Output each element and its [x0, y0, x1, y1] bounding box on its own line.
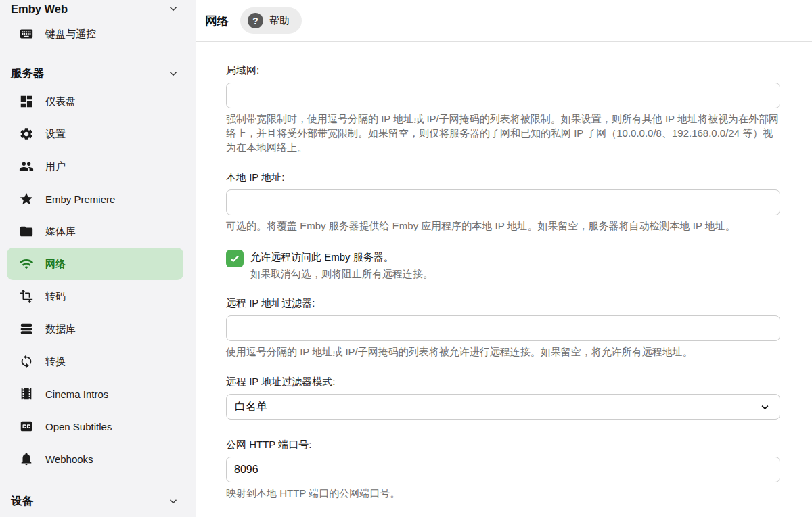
filter-mode-select[interactable]: 白名单: [226, 394, 780, 420]
users-icon: [19, 159, 34, 174]
sidebar-item-label: 用户: [45, 160, 66, 173]
filter-mode-selected-value: 白名单: [235, 400, 267, 414]
sidebar-item-label: 媒体库: [45, 225, 76, 238]
sidebar-item-label: Cinema Intros: [45, 388, 108, 400]
app-window: Emby Web 键盘与遥控 服务器 仪表盘 设置 用户: [0, 0, 812, 517]
section-label: 服务器: [11, 66, 45, 81]
sidebar-item-label: 转换: [45, 355, 66, 368]
checkmark-icon: [229, 252, 241, 265]
filter-mode-label: 远程 IP 地址过滤器模式:: [226, 376, 780, 388]
sidebar-item-label: Open Subtitles: [45, 421, 112, 432]
network-settings-form: 局域网: 强制带宽限制时，使用逗号分隔的 IP 地址或 IP/子网掩码的列表将被…: [196, 42, 812, 517]
sidebar-item-label: Webhooks: [45, 453, 93, 465]
local-ip-label: 本地 IP 地址:: [226, 171, 780, 184]
sidebar-item-users[interactable]: 用户: [0, 150, 196, 183]
sidebar-item-media-library[interactable]: 媒体库: [0, 215, 196, 248]
sidebar-section-devices[interactable]: 设备: [0, 491, 196, 512]
help-button[interactable]: ? 帮助: [240, 7, 302, 34]
sidebar-section-emby-web[interactable]: Emby Web: [0, 0, 196, 18]
public-http-port-help-text: 映射到本地 HTTP 端口的公网端口号。: [226, 486, 780, 500]
sidebar-item-cinema-intros[interactable]: Cinema Intros: [0, 378, 196, 410]
wifi-icon: [19, 256, 34, 271]
sidebar-item-label: 仪表盘: [45, 95, 76, 108]
transform-icon: [19, 289, 34, 304]
sync-icon: [19, 354, 34, 369]
dashboard-icon: [19, 94, 34, 109]
chevron-down-icon: [167, 495, 179, 508]
sidebar-item-label: 键盘与遥控: [45, 28, 96, 41]
sidebar-item-webhooks[interactable]: Webhooks: [0, 443, 196, 475]
local-ip-field-group: 本地 IP 地址: 可选的。将覆盖 Emby 服务器提供给 Emby 应用程序的…: [226, 171, 780, 233]
sidebar-item-label: 转码: [45, 290, 66, 303]
folder-icon: [19, 224, 34, 239]
lan-help-text: 强制带宽限制时，使用逗号分隔的 IP 地址或 IP/子网掩码的列表将被限制。如果…: [226, 112, 780, 154]
sidebar-item-emby-premiere[interactable]: Emby Premiere: [0, 183, 196, 215]
gear-icon: [19, 127, 34, 141]
lan-input[interactable]: [226, 83, 780, 108]
sidebar-item-dashboard[interactable]: 仪表盘: [0, 85, 196, 118]
public-http-port-input[interactable]: [226, 457, 780, 482]
main-panel: 网络 ? 帮助 局域网: 强制带宽限制时，使用逗号分隔的 IP 地址或 IP/子…: [196, 0, 812, 517]
chevron-down-icon: [167, 68, 179, 80]
sidebar-item-conversion[interactable]: 转换: [0, 345, 196, 378]
public-http-port-label: 公网 HTTP 端口号:: [226, 439, 780, 451]
lan-label: 局域网:: [226, 64, 780, 77]
remote-access-help-text: 如果取消勾选，则将阻止所有远程连接。: [250, 267, 433, 281]
remote-access-texts: 允许远程访问此 Emby 服务器。 如果取消勾选，则将阻止所有远程连接。: [248, 250, 433, 281]
page-title: 网络: [205, 13, 229, 29]
help-button-label: 帮助: [269, 14, 290, 27]
cc-icon: [19, 419, 34, 434]
page-header: 网络 ? 帮助: [196, 0, 812, 42]
remote-access-group: 允许远程访问此 Emby 服务器。 如果取消勾选，则将阻止所有远程连接。: [226, 250, 780, 281]
sidebar-item-transcoding[interactable]: 转码: [0, 280, 196, 313]
sidebar-item-settings[interactable]: 设置: [0, 118, 196, 150]
local-ip-input[interactable]: [226, 189, 780, 215]
remote-filter-field-group: 远程 IP 地址过滤器: 使用逗号分隔的 IP 地址或 IP/子网掩码的列表将被…: [226, 297, 780, 359]
remote-filter-label: 远程 IP 地址过滤器:: [226, 297, 780, 310]
film-icon: [19, 386, 34, 401]
database-icon: [19, 321, 34, 336]
remote-access-checkbox[interactable]: [226, 250, 244, 267]
sidebar-item-label: 设置: [45, 128, 66, 141]
lan-field-group: 局域网: 强制带宽限制时，使用逗号分隔的 IP 地址或 IP/子网掩码的列表将被…: [226, 64, 780, 154]
sidebar-item-keyboard-remote[interactable]: 键盘与遥控: [0, 18, 196, 50]
sidebar: Emby Web 键盘与遥控 服务器 仪表盘 设置 用户: [0, 0, 196, 517]
sidebar-item-label: 网络: [45, 258, 66, 271]
sidebar-item-open-subtitles[interactable]: Open Subtitles: [0, 410, 196, 443]
server-section-items: 仪表盘 设置 用户 Emby Premiere 媒体库 网络: [0, 85, 196, 475]
sidebar-item-label: Emby Premiere: [45, 194, 115, 205]
section-label: 设备: [11, 494, 33, 509]
filter-mode-field-group: 远程 IP 地址过滤器模式: 白名单: [226, 376, 780, 420]
local-ip-help-text: 可选的。将覆盖 Emby 服务器提供给 Emby 应用程序的本地 IP 地址。如…: [226, 219, 780, 233]
sidebar-item-network[interactable]: 网络: [7, 248, 183, 280]
bell-icon: [19, 451, 34, 466]
question-mark-icon: ?: [248, 13, 263, 28]
public-http-port-field-group: 公网 HTTP 端口号: 映射到本地 HTTP 端口的公网端口号。: [226, 439, 780, 500]
keyboard-icon: [19, 26, 34, 41]
sidebar-item-database[interactable]: 数据库: [0, 313, 196, 345]
sidebar-item-label: 数据库: [45, 323, 76, 336]
chevron-down-icon: [167, 3, 179, 15]
chevron-down-icon: [760, 402, 770, 412]
star-icon: [19, 192, 34, 206]
sidebar-section-server[interactable]: 服务器: [0, 64, 196, 84]
remote-access-label: 允许远程访问此 Emby 服务器。: [250, 250, 433, 265]
remote-filter-help-text: 使用逗号分隔的 IP 地址或 IP/子网掩码的列表将被允许进行远程连接。如果留空…: [226, 344, 780, 359]
remote-filter-input[interactable]: [226, 315, 780, 341]
section-label: Emby Web: [11, 3, 68, 16]
